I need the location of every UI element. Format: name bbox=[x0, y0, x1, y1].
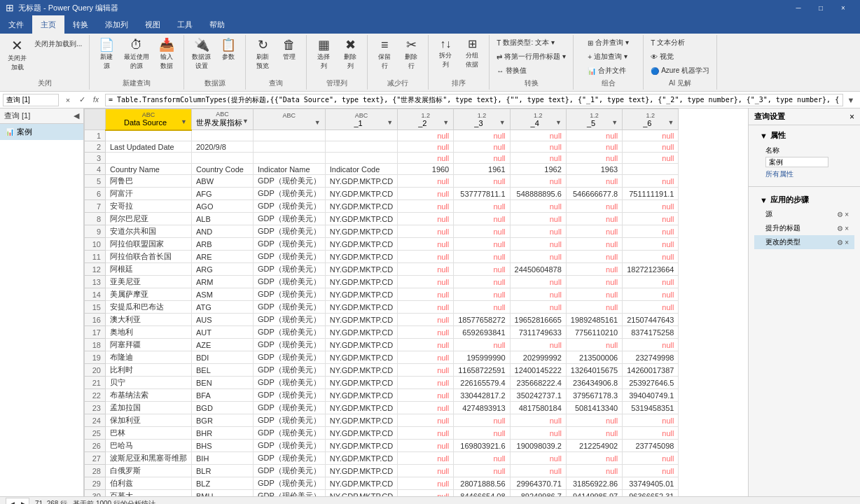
tab-add-column[interactable]: 添加列 bbox=[97, 15, 137, 34]
properties-header[interactable]: ▼ 属性 bbox=[754, 128, 854, 143]
ribbon-group-reduce-rows-label: 减少行 bbox=[387, 78, 408, 88]
append-queries-button[interactable]: + 追加查询 ▾ bbox=[585, 50, 630, 63]
table-cell: NY.GDP.MKTP.CD bbox=[325, 276, 397, 288]
step-source-gear[interactable]: ⚙ bbox=[837, 211, 843, 218]
formula-cancel-button[interactable]: × bbox=[62, 94, 74, 106]
col-header-2[interactable]: 1.2 _2 ▼ bbox=[398, 109, 454, 130]
azure-ml-button[interactable]: 🔵 Azure 机器学习 bbox=[648, 64, 712, 77]
col-header-4[interactable]: 1.2 _4 ▼ bbox=[510, 109, 566, 130]
settings-panel-close[interactable]: × bbox=[849, 112, 854, 122]
close-load-button[interactable]: ✕ 关闭并加载 bbox=[4, 36, 30, 74]
col-header-1[interactable]: ABC _1 ▼ bbox=[325, 109, 397, 130]
col-filter-world[interactable]: ▼ bbox=[242, 118, 249, 125]
nav-left-arrow[interactable]: ◀ bbox=[6, 498, 18, 505]
table-cell: 8374175258 bbox=[623, 326, 679, 339]
group-by-button[interactable]: ⊞ 分组依据 bbox=[459, 36, 485, 71]
table-cell: NY.GDP.MKTP.CD bbox=[325, 377, 397, 389]
table-cell: 孟加拉国 bbox=[106, 402, 192, 414]
col-header-empty[interactable]: ABC ▼ bbox=[253, 109, 325, 130]
applied-steps-list: 源 ⚙ × 提升的标题 ⚙ × 更改的类型 ⚙ bbox=[754, 207, 854, 249]
all-properties-link[interactable]: 所有属性 bbox=[765, 169, 843, 179]
tab-file[interactable]: 文件 bbox=[0, 15, 32, 34]
col-filter-datasource[interactable]: ▼ bbox=[181, 118, 187, 125]
first-row-header-button[interactable]: ⇄ 将第一行用作标题 ▾ bbox=[494, 50, 569, 63]
formula-expand-button[interactable]: ▼ bbox=[845, 94, 857, 106]
table-cell: 波斯尼亚和黑塞哥维那 bbox=[106, 452, 192, 465]
recent-sources-button[interactable]: ⏱ 最近使用的源 bbox=[120, 36, 153, 73]
formula-confirm-button[interactable]: ✓ bbox=[76, 94, 88, 106]
table-cell: BLR bbox=[192, 465, 254, 477]
close-load-to-button[interactable]: 关闭并加载到... bbox=[32, 38, 85, 50]
formula-input[interactable] bbox=[105, 94, 843, 106]
row-num: 2 bbox=[85, 141, 106, 153]
input-data-button[interactable]: 📥 输入数据 bbox=[154, 36, 179, 73]
table-cell: null bbox=[398, 251, 454, 263]
step-changed-type[interactable]: 更改的类型 ⚙ × bbox=[754, 235, 854, 249]
col-filter-6[interactable]: ▼ bbox=[668, 119, 674, 126]
col-filter-1[interactable]: ▼ bbox=[387, 119, 393, 126]
col-filter-3[interactable]: ▼ bbox=[499, 119, 506, 126]
new-source-button[interactable]: 📄 新建源 bbox=[94, 36, 119, 73]
refresh-button[interactable]: ↻ 刷新预览 bbox=[250, 36, 275, 73]
new-source-icon: 📄 bbox=[99, 38, 114, 51]
table-cell: null bbox=[623, 141, 679, 153]
table-cell: null bbox=[623, 175, 679, 188]
recent-sources-icon: ⏱ bbox=[130, 38, 143, 51]
tab-view[interactable]: 视图 bbox=[137, 15, 169, 34]
choose-columns-button[interactable]: ▦ 选择列 bbox=[311, 36, 336, 73]
col-header-3[interactable]: 1.2 _3 ▼ bbox=[454, 109, 510, 130]
col-header-6[interactable]: 1.2 _6 ▼ bbox=[623, 109, 679, 130]
datasource-settings-button[interactable]: 🔌 数据源设置 bbox=[188, 36, 214, 73]
table-cell: NY.GDP.MKTP.CD bbox=[325, 465, 397, 477]
keep-rows-button[interactable]: ≡ 保留行 bbox=[372, 36, 397, 73]
tab-tools[interactable]: 工具 bbox=[169, 15, 201, 34]
query-name-input[interactable] bbox=[3, 94, 59, 106]
col-filter-2[interactable]: ▼ bbox=[443, 119, 449, 126]
maximize-button[interactable]: □ bbox=[810, 0, 832, 15]
col-header-world[interactable]: ABC 世界发展指标 ▼ bbox=[192, 109, 254, 130]
merge-files-button[interactable]: 📊 合并文件 bbox=[585, 64, 629, 77]
row-num: 30 bbox=[85, 490, 106, 497]
col-filter-5[interactable]: ▼ bbox=[611, 119, 618, 126]
name-field[interactable] bbox=[765, 157, 828, 167]
tab-help[interactable]: 帮助 bbox=[201, 15, 233, 34]
minimize-button[interactable]: ─ bbox=[787, 0, 810, 15]
data-type-button[interactable]: T 数据类型: 文本 ▾ bbox=[494, 36, 557, 49]
table-cell: Country Name bbox=[106, 164, 192, 175]
nav-right-arrow[interactable]: ▶ bbox=[18, 498, 29, 505]
col-header-datasource[interactable]: ABC Data Source ▼ bbox=[106, 109, 192, 130]
merge-queries-button[interactable]: ⊞ 合并查询 ▾ bbox=[585, 36, 632, 49]
table-cell: null bbox=[623, 427, 679, 440]
tab-home[interactable]: 主页 bbox=[32, 15, 64, 34]
table-cell: null bbox=[398, 465, 454, 477]
delete-columns-button[interactable]: ✖ 删除列 bbox=[338, 36, 363, 73]
delete-rows-button[interactable]: ✂ 删除行 bbox=[398, 36, 424, 73]
step-source[interactable]: 源 ⚙ × bbox=[754, 207, 854, 221]
delete-rows-icon: ✂ bbox=[406, 38, 417, 51]
query-item-case[interactable]: 📊 案例 bbox=[0, 124, 83, 140]
col-filter-empty[interactable]: ▼ bbox=[314, 119, 321, 126]
query-panel-collapse[interactable]: ◀ bbox=[74, 111, 79, 120]
split-column-button[interactable]: ↑↓ 拆分列 bbox=[433, 36, 458, 71]
col-header-5[interactable]: 1.2 _5 ▼ bbox=[566, 109, 622, 130]
text-analytics-button[interactable]: T 文本分析 bbox=[648, 36, 688, 49]
step-changed-gear[interactable]: ⚙ bbox=[837, 239, 843, 246]
step-promoted-delete[interactable]: × bbox=[845, 225, 849, 232]
tab-transform[interactable]: 转换 bbox=[64, 15, 97, 34]
formula-fx-button[interactable]: fx bbox=[90, 94, 102, 106]
replace-values-button[interactable]: ↔ 替换值 bbox=[494, 64, 529, 77]
table-row: 24保加利亚BGRGDP（现价美元）NY.GDP.MKTP.CDnullnull… bbox=[85, 414, 679, 427]
applied-steps-header[interactable]: ▼ 应用的步骤 bbox=[754, 192, 854, 207]
manage-button[interactable]: 🗑 管理 bbox=[277, 36, 302, 64]
parameters-button[interactable]: 📋 参数 bbox=[216, 36, 241, 64]
step-source-delete[interactable]: × bbox=[845, 211, 849, 218]
col-filter-4[interactable]: ▼ bbox=[555, 119, 562, 126]
grid-container[interactable]: ABC Data Source ▼ ABC 世界发展指标 ▼ ABC bbox=[84, 108, 748, 496]
step-changed-delete[interactable]: × bbox=[845, 239, 849, 246]
step-promoted-headers[interactable]: 提升的标题 ⚙ × bbox=[754, 221, 854, 235]
vision-button[interactable]: 👁 视觉 bbox=[648, 50, 677, 63]
table-cell: GDP（现价美元） bbox=[253, 427, 325, 440]
close-button[interactable]: × bbox=[832, 0, 854, 15]
step-promoted-gear[interactable]: ⚙ bbox=[837, 225, 843, 232]
table-cell: 33749405.01 bbox=[623, 477, 679, 490]
